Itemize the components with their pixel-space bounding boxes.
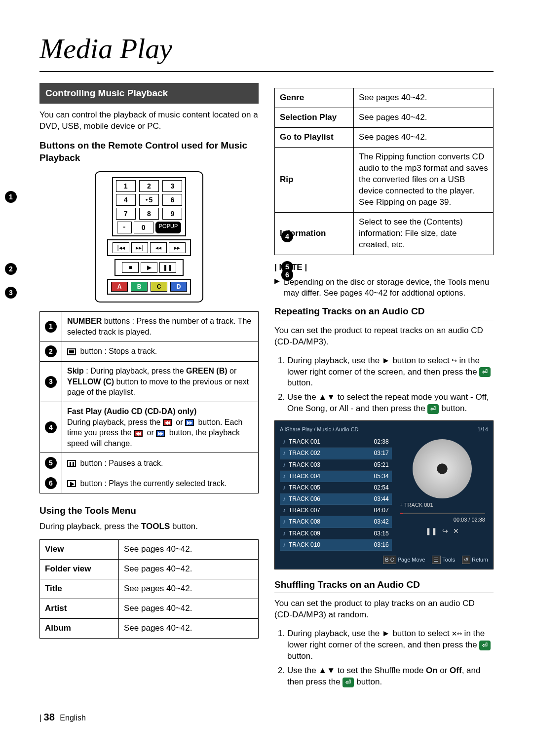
remote-key-9: 9 [162,208,182,220]
player-track-list: ♪TRACK 00102:38♪TRACK 00203:17♪TRACK 003… [280,436,392,551]
disc-icon [413,439,472,498]
shuffle-heading: Shuffling Tracks on an Audio CD [274,578,494,594]
left-column: Controlling Music Playback You can contr… [39,83,259,691]
track-row: ♪TRACK 00305:21 [280,459,392,471]
tools-intro: During playback, press the TOOLS button. [39,521,259,532]
player-legend: B CPage Move☰Tools↺Return [280,556,488,564]
repeat-intro: You can set the product to repeat tracks… [274,325,494,348]
remote-key-8: 8 [139,208,159,220]
row-callout: 3 [45,376,57,388]
remote-transport-row-2: ■ ▶ ❚❚ [114,259,184,276]
remote-key-7: 7 [116,208,136,220]
play-icon: ▶ [141,262,157,273]
tools-key: Selection Play [275,108,354,128]
track-row: ♪TRACK 00603:44 [280,493,392,505]
tools-key: Go to Playlist [275,128,354,148]
step-item: Use the ▲▼ to set the Shuffle mode On or… [287,665,494,688]
tools-val: See pages 40~42. [354,88,494,108]
remote-key-5: ●5 [139,194,159,206]
note-heading: NOTE [274,262,494,273]
tools-val: See pages 40~42. [119,599,259,618]
tools-key: Title [40,579,119,599]
track-row: ♪TRACK 00502:54 [280,482,392,493]
row-desc: Skip : During playback, press the GREEN … [62,362,259,402]
section-heading: Controlling Music Playback [39,83,259,104]
player-screenshot: AllShare Play / Music / Audio CD 1/14 ♪T… [274,420,494,569]
callout-2: 2 [5,263,17,275]
intro-text: You can control the playback of music co… [39,110,259,132]
track-row: ♪TRACK 00903:15 [280,528,392,539]
stop-icon: ■ [122,262,139,273]
player-art-pane: + TRACK 001 00:03 / 02:38 ❚❚ ↪ ✕ [397,436,488,551]
row-callout: 4 [45,421,57,433]
tools-val: See pages 40~42. [354,108,494,128]
player-time: 00:03 / 02:38 [397,516,485,524]
row-callout: 1 [45,321,57,333]
track-row: ♪TRACK 00102:38 [280,436,392,448]
tools-val: See pages 40~42. [119,579,259,599]
remote-key-b: B [131,282,148,292]
remote-key-3: 3 [162,180,182,192]
repeat-steps: During playback, use the ► button to sel… [274,355,494,415]
button-description-table: 1NUMBER buttons : Press the number of a … [39,311,259,493]
tools-val: Select to see the (Contents) information… [354,212,494,255]
player-progress-bar [400,513,485,514]
remote-key-6: 6 [162,194,182,206]
track-row: ♪TRACK 00803:42 [280,516,392,528]
step-item: During playback, use the ► button to sel… [287,628,494,662]
row-callout: 6 [45,477,57,489]
tools-val: The Ripping function converts CD audio t… [354,148,494,213]
tools-val: See pages 40~42. [119,618,259,638]
tools-val: See pages 40~42. [354,128,494,148]
tools-table-left: ViewSee pages 40~42.Folder viewSee pages… [39,539,259,639]
player-breadcrumb: AllShare Play / Music / Audio CD [280,426,359,432]
tools-key: Album [40,618,119,638]
tools-key: Folder view [40,559,119,579]
tools-table-right: GenreSee pages 40~42.Selection PlaySee p… [274,88,494,255]
shuffle-steps: During playback, use the ► button to sel… [274,628,494,688]
tools-key: Artist [40,599,119,618]
remote-key-c: C [151,282,167,292]
tools-val: See pages 40~42. [119,559,259,579]
pause-icon: ❚❚ [159,262,176,273]
rewind-icon: ◂◂ [150,242,167,253]
shuffle-intro: You can set the product to play tracks o… [274,598,494,621]
player-page-indicator: 1/14 [478,426,488,433]
remote-key-4: 4 [116,194,136,206]
remote-key-d: D [170,282,187,292]
tools-subheading: Using the Tools Menu [39,504,259,517]
legend-item: ↺Return [462,556,488,564]
player-pause-icon: ❚❚ [425,527,437,536]
callout-4: 4 [281,230,293,242]
callout-6: 6 [281,269,293,281]
page-language: English [60,714,85,722]
callout-1: 1 [5,191,17,203]
remote-key-1: 1 [116,180,136,192]
player-repeat-icon: ↪ [442,527,448,536]
legend-item: ☰Tools [432,556,455,564]
tools-key: Rip [275,148,354,213]
tools-key: Genre [275,88,354,108]
remote-key-2: 2 [139,180,159,192]
note-text: Depending on the disc or storage device,… [284,276,494,299]
row-desc: button : Stops a track. [62,341,259,362]
remote-numpad: 1 2 3 4 ●5 6 7 8 9 ≡ 0 POPUP [112,177,186,236]
remote-key-0: 0 [134,222,153,233]
track-row: ♪TRACK 01003:16 [280,539,392,551]
track-row: ♪TRACK 00405:34 [280,471,392,482]
repeat-heading: Repeating Tracks on an Audio CD [274,305,494,320]
remote-subheading: Buttons on the Remote Control used for M… [39,139,259,164]
callout-3: 3 [5,287,17,299]
prev-track-icon: |◂◂ [113,242,129,253]
remote-color-row: A B C D [107,279,191,295]
bullet-icon: ▶ [274,276,280,299]
tools-key: View [40,540,119,560]
page-title: Media Play [39,30,494,72]
legend-item: B CPage Move [383,556,425,564]
row-desc: Fast Play (Audio CD (CD-DA) only)During … [62,402,259,453]
row-desc: NUMBER buttons : Press the number of a t… [62,312,259,341]
remote-key-a: A [111,282,128,292]
right-column: GenreSee pages 40~42.Selection PlaySee p… [274,83,494,691]
step-item: During playback, use the ► button to sel… [287,355,494,389]
track-row: ♪TRACK 00203:17 [280,448,392,459]
